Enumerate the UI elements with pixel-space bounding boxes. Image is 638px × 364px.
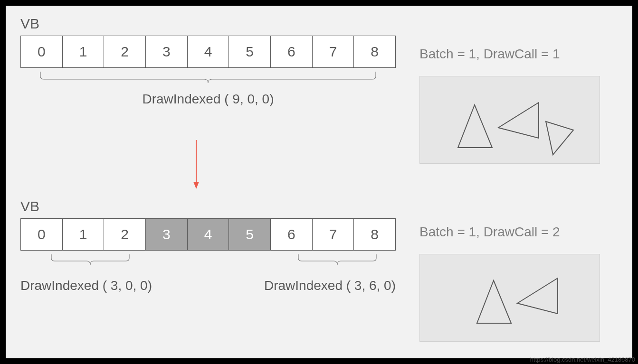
render-output-bottom — [419, 254, 600, 342]
vb-cell: 3 — [146, 36, 188, 67]
svg-marker-3 — [498, 103, 539, 138]
draw-label-top: DrawIndexed ( 9, 0, 0) — [20, 92, 396, 107]
vb-cell: 7 — [313, 219, 354, 250]
svg-marker-4 — [546, 121, 573, 155]
vb-cell: 0 — [21, 219, 63, 250]
draw-label-bottom-left: DrawIndexed ( 3, 0, 0) — [20, 278, 152, 293]
vb-cell: 8 — [354, 36, 395, 67]
vb-cell: 1 — [63, 36, 105, 67]
vb-cell: 2 — [104, 36, 146, 67]
vb-label-top: VB — [20, 16, 396, 32]
vb-cell: 5 — [229, 36, 271, 67]
bottom-section: VB 012345678 DrawIndexed ( 3, 0, 0) Draw… — [20, 198, 396, 293]
vb-cell: 1 — [63, 219, 105, 250]
vb-cell: 0 — [21, 36, 63, 67]
brace-top — [20, 68, 396, 87]
top-section: VB 012345678 DrawIndexed ( 9, 0, 0) — [20, 16, 396, 107]
vb-label-bottom: VB — [20, 198, 396, 215]
vb-cell: 6 — [271, 36, 313, 67]
svg-marker-1 — [193, 182, 199, 189]
render-output-top — [419, 76, 600, 164]
vertex-buffer-bottom: 012345678 — [20, 218, 396, 251]
svg-marker-5 — [477, 280, 511, 323]
vb-cell: 6 — [271, 219, 313, 250]
diagram-panel: VB 012345678 DrawIndexed ( 9, 0, 0) VB 0… — [6, 6, 632, 358]
arrow-down-icon — [187, 139, 206, 191]
vertex-buffer-top: 012345678 — [20, 36, 396, 68]
watermark: https://blog.csdn.net/weixin_42186870 — [530, 356, 635, 363]
draw-label-bottom-right: DrawIndexed ( 3, 6, 0) — [264, 278, 396, 293]
vb-cell: 2 — [104, 219, 146, 250]
right-bottom: Batch = 1, DrawCall = 2 — [419, 224, 614, 342]
vb-cell: 7 — [313, 36, 354, 67]
vb-cell: 3 — [146, 219, 188, 250]
vb-cell: 4 — [188, 36, 229, 67]
vb-cell: 5 — [229, 219, 271, 250]
vb-cell: 8 — [354, 219, 395, 250]
bottom-labels: DrawIndexed ( 3, 0, 0) DrawIndexed ( 3, … — [20, 278, 396, 293]
batch-label-top: Batch = 1, DrawCall = 1 — [419, 47, 614, 62]
braces-bottom — [20, 251, 396, 270]
right-top: Batch = 1, DrawCall = 1 — [419, 47, 614, 164]
vb-cell: 4 — [188, 219, 229, 250]
svg-marker-6 — [517, 278, 558, 314]
svg-marker-2 — [458, 105, 492, 148]
batch-label-bottom: Batch = 1, DrawCall = 2 — [419, 224, 614, 240]
